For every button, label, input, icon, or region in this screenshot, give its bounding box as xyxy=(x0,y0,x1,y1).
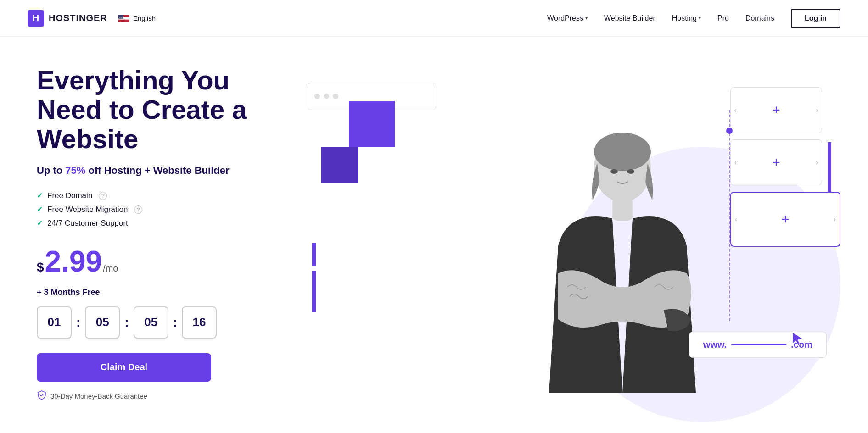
vertical-bar-1 xyxy=(312,271,316,312)
purple-square-1 xyxy=(349,101,395,147)
guarantee-section: 30-Day Money-Back Guarantee xyxy=(37,390,294,402)
ui-card-3-active: ‹ + › xyxy=(730,192,840,247)
guarantee-text: 30-Day Money-Back Guarantee xyxy=(50,392,147,400)
months-free-label: + 3 Months Free xyxy=(37,288,294,297)
nav-hosting[interactable]: Hosting ▾ xyxy=(672,14,701,22)
navbar: H HOSTINGER ★★★ English WordPress ▾ Webs… xyxy=(0,0,868,37)
flag-icon: ★★★ xyxy=(118,14,129,22)
nav-pro[interactable]: Pro xyxy=(717,14,729,22)
nav-website-builder[interactable]: Website Builder xyxy=(604,14,655,22)
countdown-minutes: 05 xyxy=(85,306,120,339)
card-arrow-left-icon: ‹ xyxy=(734,106,737,114)
hero-subtitle: Up to 75% off Hosting + Website Builder xyxy=(37,165,294,177)
vertical-bar-2 xyxy=(312,243,316,266)
countdown-separator: : xyxy=(124,315,129,330)
info-icon[interactable]: ? xyxy=(134,205,142,214)
price-section: $ 2.99 /mo xyxy=(37,244,294,278)
ui-cards: ‹ + › ‹ + › ‹ + › xyxy=(730,87,840,247)
chevron-down-icon-hosting: ▾ xyxy=(699,16,701,21)
list-item: ✓ Free Domain ? xyxy=(37,191,294,200)
list-item: ✓ 24/7 Customer Support xyxy=(37,219,294,228)
svg-text:★★★: ★★★ xyxy=(119,16,125,18)
card-arrow-right-icon: › xyxy=(816,106,818,114)
domain-bar: www. .com xyxy=(689,332,827,358)
card-arrow-left-icon: ‹ xyxy=(734,159,737,166)
navbar-right: WordPress ▾ Website Builder Hosting ▾ Pr… xyxy=(547,9,840,28)
chevron-down-icon: ▾ xyxy=(585,16,588,21)
navbar-left: H HOSTINGER ★★★ English xyxy=(28,10,156,27)
card-arrow-left-icon: ‹ xyxy=(735,216,737,223)
shield-icon xyxy=(37,390,47,402)
hero-section: Everything You Need to Create a Website … xyxy=(0,37,868,431)
price-display: $ 2.99 /mo xyxy=(37,244,294,278)
logo-text: HOSTINGER xyxy=(49,13,107,23)
countdown-timer: 01 : 05 : 05 : 16 xyxy=(37,306,294,339)
features-list: ✓ Free Domain ? ✓ Free Website Migration… xyxy=(37,191,294,228)
countdown-ms: 16 xyxy=(182,306,217,339)
svg-rect-2 xyxy=(118,19,129,22)
hero-title: Everything You Need to Create a Website xyxy=(37,66,294,153)
language-label: English xyxy=(133,14,156,22)
browser-dot xyxy=(314,94,320,99)
svg-rect-7 xyxy=(612,198,633,221)
countdown-separator: : xyxy=(173,315,177,330)
dashed-dot xyxy=(726,128,733,134)
hero-person-image xyxy=(531,127,714,394)
card-arrow-right-icon: › xyxy=(834,216,836,223)
hero-right: ‹ + › ‹ + › ‹ + › xyxy=(294,73,840,394)
browser-dot xyxy=(333,94,338,99)
ui-card-1: ‹ + › xyxy=(730,87,822,133)
card-plus-icon: + xyxy=(781,211,790,227)
check-icon: ✓ xyxy=(37,205,43,214)
language-selector[interactable]: ★★★ English xyxy=(118,14,156,22)
domain-www: www. xyxy=(703,339,727,350)
countdown-seconds: 05 xyxy=(134,306,168,339)
svg-point-8 xyxy=(610,169,618,174)
logo[interactable]: H HOSTINGER xyxy=(28,10,107,27)
person-svg xyxy=(531,127,714,393)
claim-deal-button[interactable]: Claim Deal xyxy=(37,353,211,382)
login-button[interactable]: Log in xyxy=(791,9,840,28)
logo-icon: H xyxy=(28,10,44,27)
price-period: /mo xyxy=(103,263,118,274)
price-dollar: $ xyxy=(37,260,44,275)
card-arrow-right-icon: › xyxy=(816,159,818,166)
countdown-hours: 01 xyxy=(37,306,72,339)
card-plus-icon: + xyxy=(772,102,780,118)
check-icon: ✓ xyxy=(37,219,43,228)
price-amount: 2.99 xyxy=(45,244,102,278)
countdown-separator: : xyxy=(76,315,80,330)
card-plus-icon: + xyxy=(772,155,780,170)
purple-square-2 xyxy=(321,147,358,183)
list-item: ✓ Free Website Migration ? xyxy=(37,205,294,214)
domain-line xyxy=(731,344,786,345)
ui-card-2: ‹ + › xyxy=(730,139,822,185)
svg-point-9 xyxy=(627,169,634,174)
nav-wordpress[interactable]: WordPress ▾ xyxy=(547,14,588,22)
info-icon[interactable]: ? xyxy=(99,192,107,200)
svg-point-6 xyxy=(594,133,651,171)
nav-domains[interactable]: Domains xyxy=(745,14,774,22)
hero-left: Everything You Need to Create a Website … xyxy=(37,66,294,402)
browser-dot xyxy=(324,94,329,99)
check-icon: ✓ xyxy=(37,191,43,200)
discount-highlight: 75% xyxy=(65,165,85,176)
cursor-icon xyxy=(791,332,804,349)
